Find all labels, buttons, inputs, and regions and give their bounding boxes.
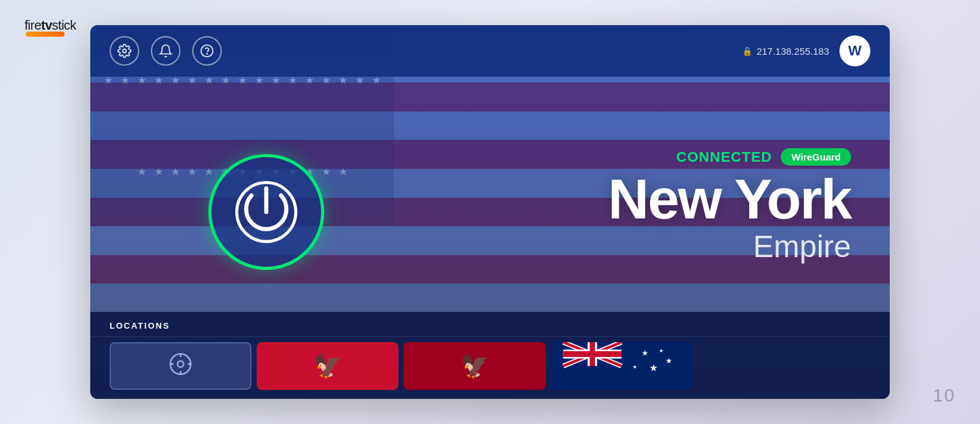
logo-tv: tv [41, 18, 52, 32]
io-badge: 10 [933, 385, 956, 406]
locations-section: LOCATIONS 🦅 [90, 312, 890, 399]
svg-text:★: ★ [642, 349, 649, 357]
status-row: CONNECTED WireGuard [608, 148, 851, 166]
svg-rect-20 [564, 351, 622, 357]
ip-text: 217.138.255.183 [756, 46, 829, 57]
ip-address-display: 🔒 217.138.255.183 [742, 46, 829, 57]
w-badge-letter: W [848, 43, 862, 59]
location-card-albania[interactable]: 🦅 [257, 342, 398, 390]
help-button[interactable] [192, 36, 222, 66]
notifications-button[interactable] [151, 36, 181, 66]
australia-flag: ★ ★ ★ ★ ★ [551, 342, 692, 390]
svg-point-6 [177, 361, 184, 367]
windscribe-badge[interactable]: W [839, 35, 870, 66]
eagle-icon: 🦅 [313, 352, 342, 380]
location-cards-container: 🦅 🦅 [90, 337, 890, 395]
locations-label: LOCATIONS [110, 321, 170, 331]
albania-flag-2: 🦅 [404, 342, 545, 390]
fire-tv-logo: firetvstick [24, 18, 76, 37]
eagle-icon-2: 🦅 [460, 352, 489, 380]
city-name: New York [608, 171, 851, 227]
location-card-australia[interactable]: ★ ★ ★ ★ ★ [551, 342, 692, 390]
app-window: ★★★★★★ ★★★★★★ ★★★★★★ ★★★★★★ ★★★★★★ [90, 25, 890, 399]
header-right: 🔒 217.138.255.183 W [742, 35, 870, 66]
state-name: Empire [608, 229, 851, 264]
amazon-arrow [26, 32, 64, 37]
best-location-icon [168, 352, 193, 381]
connected-status: CONNECTED [676, 149, 772, 166]
location-card-best[interactable] [110, 342, 251, 390]
protocol-badge: WireGuard [781, 148, 851, 166]
app-header: 🔒 217.138.255.183 W [90, 25, 890, 77]
svg-text:★: ★ [666, 357, 673, 365]
svg-text:★: ★ [659, 348, 663, 354]
locations-header: LOCATIONS [90, 312, 890, 337]
svg-point-0 [122, 49, 126, 53]
svg-text:★: ★ [632, 364, 637, 370]
logo-stick: stick [52, 18, 77, 32]
connection-info: CONNECTED WireGuard New York Empire [608, 148, 851, 264]
header-nav [110, 36, 222, 66]
location-card-albania2[interactable]: 🦅 [404, 342, 545, 390]
albania-flag: 🦅 [257, 342, 398, 390]
logo-fire: fire [24, 18, 41, 32]
svg-text:★: ★ [649, 363, 658, 373]
lock-icon: 🔒 [742, 46, 752, 56]
power-button[interactable] [208, 154, 324, 270]
settings-button[interactable] [110, 36, 139, 66]
